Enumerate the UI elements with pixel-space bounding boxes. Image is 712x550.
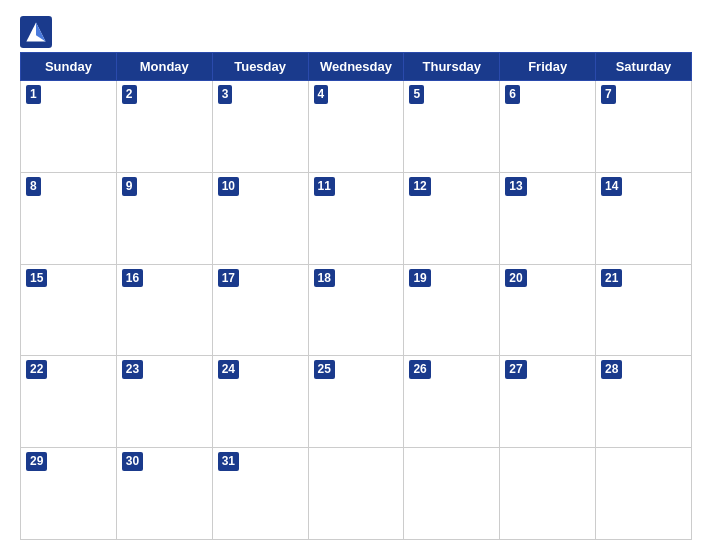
date-number: 20 bbox=[505, 269, 526, 288]
date-number: 27 bbox=[505, 360, 526, 379]
date-number: 31 bbox=[218, 452, 239, 471]
date-number: 1 bbox=[26, 85, 41, 104]
logo bbox=[20, 16, 56, 48]
date-number: 17 bbox=[218, 269, 239, 288]
date-number: 8 bbox=[26, 177, 41, 196]
date-number: 25 bbox=[314, 360, 335, 379]
calendar-cell: 18 bbox=[308, 264, 404, 356]
date-number: 18 bbox=[314, 269, 335, 288]
calendar-cell: 21 bbox=[596, 264, 692, 356]
date-number: 2 bbox=[122, 85, 137, 104]
calendar-cell: 17 bbox=[212, 264, 308, 356]
date-number: 11 bbox=[314, 177, 335, 196]
calendar-cell: 4 bbox=[308, 81, 404, 173]
date-number: 23 bbox=[122, 360, 143, 379]
calendar-cell: 20 bbox=[500, 264, 596, 356]
date-number: 4 bbox=[314, 85, 329, 104]
calendar-week-4: 22232425262728 bbox=[21, 356, 692, 448]
calendar-cell: 24 bbox=[212, 356, 308, 448]
calendar-cell bbox=[500, 448, 596, 540]
date-number: 6 bbox=[505, 85, 520, 104]
calendar-week-5: 293031 bbox=[21, 448, 692, 540]
date-number: 13 bbox=[505, 177, 526, 196]
calendar-table: SundayMondayTuesdayWednesdayThursdayFrid… bbox=[20, 52, 692, 540]
date-number: 28 bbox=[601, 360, 622, 379]
calendar-cell: 29 bbox=[21, 448, 117, 540]
calendar-header-row: SundayMondayTuesdayWednesdayThursdayFrid… bbox=[21, 53, 692, 81]
calendar-cell: 8 bbox=[21, 172, 117, 264]
calendar-cell: 11 bbox=[308, 172, 404, 264]
calendar-cell: 2 bbox=[116, 81, 212, 173]
date-number: 29 bbox=[26, 452, 47, 471]
calendar-cell bbox=[596, 448, 692, 540]
date-number: 14 bbox=[601, 177, 622, 196]
calendar-cell: 25 bbox=[308, 356, 404, 448]
calendar-cell: 9 bbox=[116, 172, 212, 264]
calendar-cell: 16 bbox=[116, 264, 212, 356]
calendar-cell: 12 bbox=[404, 172, 500, 264]
date-number: 5 bbox=[409, 85, 424, 104]
date-number: 10 bbox=[218, 177, 239, 196]
calendar-week-2: 891011121314 bbox=[21, 172, 692, 264]
day-header-monday: Monday bbox=[116, 53, 212, 81]
date-number: 7 bbox=[601, 85, 616, 104]
date-number: 26 bbox=[409, 360, 430, 379]
calendar-cell: 10 bbox=[212, 172, 308, 264]
calendar-cell: 28 bbox=[596, 356, 692, 448]
logo-icon bbox=[20, 16, 52, 48]
calendar-cell bbox=[404, 448, 500, 540]
calendar-cell: 6 bbox=[500, 81, 596, 173]
calendar-cell: 22 bbox=[21, 356, 117, 448]
date-number: 16 bbox=[122, 269, 143, 288]
date-number: 22 bbox=[26, 360, 47, 379]
calendar-cell bbox=[308, 448, 404, 540]
date-number: 9 bbox=[122, 177, 137, 196]
day-header-saturday: Saturday bbox=[596, 53, 692, 81]
date-number: 24 bbox=[218, 360, 239, 379]
day-header-sunday: Sunday bbox=[21, 53, 117, 81]
date-number: 12 bbox=[409, 177, 430, 196]
calendar-week-3: 15161718192021 bbox=[21, 264, 692, 356]
calendar-cell: 27 bbox=[500, 356, 596, 448]
calendar-cell: 1 bbox=[21, 81, 117, 173]
calendar-cell: 15 bbox=[21, 264, 117, 356]
calendar-header bbox=[20, 10, 692, 52]
date-number: 30 bbox=[122, 452, 143, 471]
calendar-cell: 7 bbox=[596, 81, 692, 173]
date-number: 21 bbox=[601, 269, 622, 288]
calendar-cell: 31 bbox=[212, 448, 308, 540]
day-header-thursday: Thursday bbox=[404, 53, 500, 81]
calendar-cell: 23 bbox=[116, 356, 212, 448]
date-number: 19 bbox=[409, 269, 430, 288]
calendar-cell: 19 bbox=[404, 264, 500, 356]
calendar-cell: 3 bbox=[212, 81, 308, 173]
day-header-tuesday: Tuesday bbox=[212, 53, 308, 81]
calendar-week-1: 1234567 bbox=[21, 81, 692, 173]
date-number: 3 bbox=[218, 85, 233, 104]
day-header-friday: Friday bbox=[500, 53, 596, 81]
calendar-cell: 5 bbox=[404, 81, 500, 173]
day-header-wednesday: Wednesday bbox=[308, 53, 404, 81]
calendar-cell: 14 bbox=[596, 172, 692, 264]
calendar-cell: 13 bbox=[500, 172, 596, 264]
date-number: 15 bbox=[26, 269, 47, 288]
calendar-cell: 26 bbox=[404, 356, 500, 448]
calendar-cell: 30 bbox=[116, 448, 212, 540]
